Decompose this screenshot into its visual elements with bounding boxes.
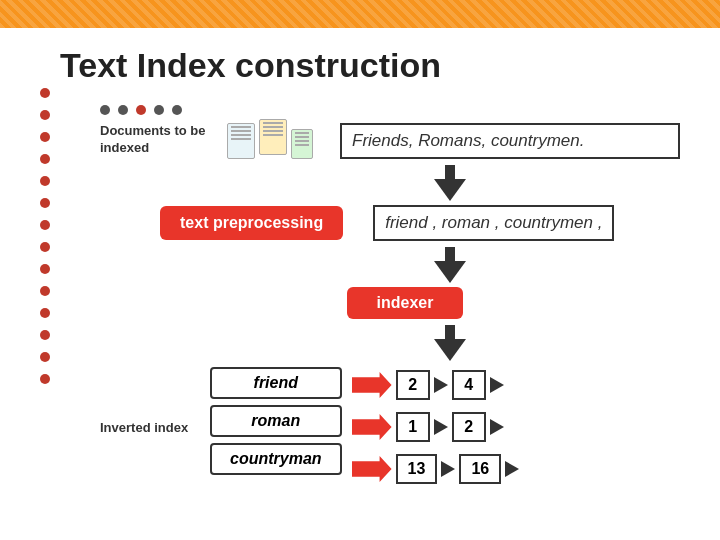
friends-text: Friends, Romans, countrymen. bbox=[340, 123, 680, 159]
doc-icon-1 bbox=[227, 123, 255, 159]
term-roman: roman bbox=[210, 405, 342, 437]
right-arrow-countryman-1 bbox=[441, 461, 455, 477]
arrow-down-1 bbox=[434, 165, 466, 201]
top-dot-5 bbox=[172, 105, 182, 115]
value-countryman-1: 13 bbox=[396, 454, 438, 484]
value-countryman-2: 16 bbox=[459, 454, 501, 484]
term-countryman: countryman bbox=[210, 443, 342, 475]
inverted-label: Inverted index bbox=[100, 420, 200, 435]
left-dot-13 bbox=[40, 352, 50, 362]
left-dot-10 bbox=[40, 286, 50, 296]
left-dot-9 bbox=[40, 264, 50, 274]
header-bar bbox=[0, 0, 720, 28]
page-title: Text Index construction bbox=[0, 28, 720, 95]
preprocessing-box: text preprocessing bbox=[160, 206, 343, 240]
preprocessed-text: friend , roman , countrymen , bbox=[373, 205, 614, 241]
left-dot-8 bbox=[40, 242, 50, 252]
value-friend-2: 4 bbox=[452, 370, 486, 400]
left-dot-11 bbox=[40, 308, 50, 318]
arrow-down-2 bbox=[434, 247, 466, 283]
right-arrow-friend-2 bbox=[490, 377, 504, 393]
value-friend-1: 2 bbox=[396, 370, 430, 400]
left-dot-2 bbox=[40, 110, 50, 120]
value-row-roman: 1 2 bbox=[352, 409, 520, 445]
pink-arrow-1 bbox=[352, 372, 392, 398]
value-roman-1: 1 bbox=[396, 412, 430, 442]
left-dot-1 bbox=[40, 88, 50, 98]
right-arrow-roman-2 bbox=[490, 419, 504, 435]
left-dot-6 bbox=[40, 198, 50, 208]
right-arrow-roman-1 bbox=[434, 419, 448, 435]
term-friend: friend bbox=[210, 367, 342, 399]
value-row-countryman: 13 16 bbox=[352, 451, 520, 487]
top-dot-1 bbox=[100, 105, 110, 115]
left-dot-4 bbox=[40, 154, 50, 164]
value-row-friend: 2 4 bbox=[352, 367, 520, 403]
pink-arrow-3 bbox=[352, 456, 392, 482]
right-arrow-countryman-2 bbox=[505, 461, 519, 477]
document-icons bbox=[210, 119, 330, 159]
pink-arrow-2 bbox=[352, 414, 392, 440]
left-dot-14 bbox=[40, 374, 50, 384]
left-dot-5 bbox=[40, 176, 50, 186]
doc-icon-3 bbox=[291, 129, 313, 159]
doc-icon-2 bbox=[259, 119, 287, 155]
top-dot-3 bbox=[136, 105, 146, 115]
value-roman-2: 2 bbox=[452, 412, 486, 442]
top-dot-2 bbox=[118, 105, 128, 115]
left-dot-3 bbox=[40, 132, 50, 142]
arrow-down-3 bbox=[434, 325, 466, 361]
left-dot-12 bbox=[40, 330, 50, 340]
right-arrow-friend-1 bbox=[434, 377, 448, 393]
documents-label: Documents to be indexed bbox=[100, 123, 210, 157]
indexer-box: indexer bbox=[347, 287, 464, 319]
left-dot-7 bbox=[40, 220, 50, 230]
top-dot-4 bbox=[154, 105, 164, 115]
